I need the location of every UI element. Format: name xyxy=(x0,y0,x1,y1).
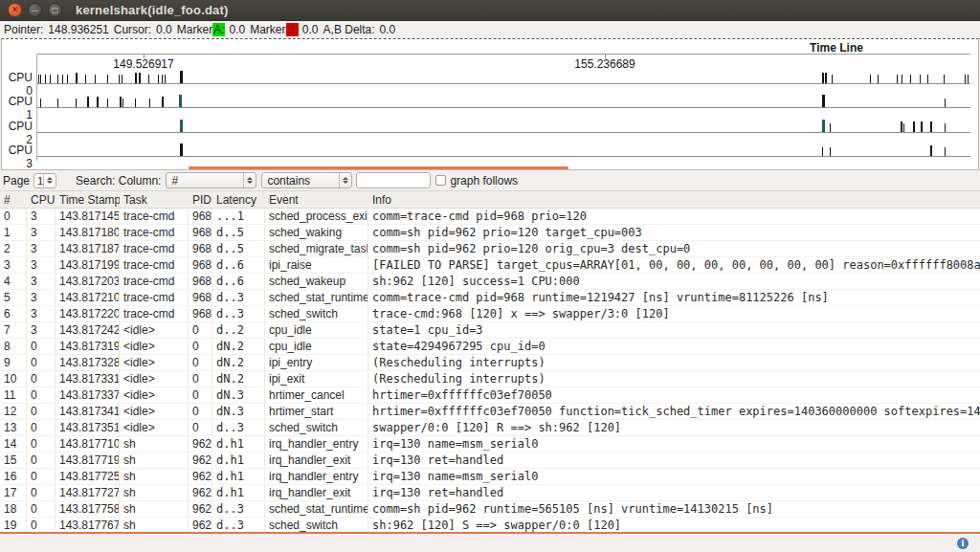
trace-event-tick[interactable] xyxy=(965,75,966,83)
trace-event-tick[interactable] xyxy=(122,75,122,83)
timeline-graph[interactable]: Time Line 149.526917155.236689CPU 0CPU 1… xyxy=(1,38,979,170)
table-row[interactable]: 80143.817319<idle>0dN.2cpu_idlestate=429… xyxy=(0,339,980,355)
trace-event-tick[interactable] xyxy=(830,123,831,132)
trace-event-tick[interactable] xyxy=(148,75,149,83)
trace-event-tick[interactable] xyxy=(87,97,89,107)
trace-event-tick[interactable] xyxy=(40,99,41,107)
trace-event-tick[interactable] xyxy=(913,121,915,132)
column-header[interactable]: CPU xyxy=(27,191,56,208)
trace-event-tick[interactable] xyxy=(180,120,183,132)
trace-event-tick[interactable] xyxy=(901,121,902,132)
table-row[interactable]: 13143.817180trace-cmd968d..5sched_waking… xyxy=(0,225,980,241)
trace-event-tick[interactable] xyxy=(945,123,946,132)
trace-event-tick[interactable] xyxy=(920,75,921,83)
trace-event-tick[interactable] xyxy=(158,75,159,83)
table-row[interactable]: 150143.817719sh962d.h1irq_handler_exitir… xyxy=(0,453,980,469)
match-select[interactable]: contains xyxy=(261,172,352,188)
trace-event-tick[interactable] xyxy=(50,75,51,83)
table-row[interactable]: 130143.817351<idle>0d..3sched_switchswap… xyxy=(0,420,980,436)
trace-event-tick[interactable] xyxy=(930,121,932,132)
trace-event-tick[interactable] xyxy=(67,75,68,83)
trace-event-tick[interactable] xyxy=(135,73,137,83)
trace-event-tick[interactable] xyxy=(120,97,122,107)
trace-event-tick[interactable] xyxy=(927,75,928,83)
table-row[interactable]: 33143.817199trace-cmd968d..6ipi_raise[FA… xyxy=(0,257,980,274)
minimize-button[interactable]: — xyxy=(28,3,42,17)
trace-event-tick[interactable] xyxy=(822,120,825,132)
trace-event-tick[interactable] xyxy=(179,95,182,107)
column-header[interactable]: # xyxy=(0,191,27,208)
trace-event-tick[interactable] xyxy=(107,99,108,107)
trace-event-tick[interactable] xyxy=(165,75,166,83)
trace-event-tick[interactable] xyxy=(122,99,123,107)
column-header[interactable]: Info xyxy=(368,191,980,208)
trace-event-tick[interactable] xyxy=(40,75,41,83)
table-row[interactable]: 120143.817341<idle>0dN.3hrtimer_starthrt… xyxy=(0,404,980,420)
trace-event-tick[interactable] xyxy=(825,73,827,83)
trace-event-tick[interactable] xyxy=(822,73,824,83)
table-row[interactable]: 140143.817710sh962d.h1irq_handler_entryi… xyxy=(0,436,980,453)
trace-event-tick[interactable] xyxy=(57,75,58,83)
column-header[interactable]: Latency xyxy=(212,191,265,208)
trace-event-tick[interactable] xyxy=(95,75,96,83)
column-header[interactable]: Time Stamp xyxy=(56,191,120,208)
trace-event-tick[interactable] xyxy=(930,145,932,156)
table-row[interactable]: 23143.817187trace-cmd968d..5sched_migrat… xyxy=(0,241,980,257)
trace-event-tick[interactable] xyxy=(107,75,108,83)
column-header[interactable]: Event xyxy=(265,191,368,208)
trace-event-tick[interactable] xyxy=(897,75,898,83)
trace-event-tick[interactable] xyxy=(162,75,163,83)
trace-event-tick[interactable] xyxy=(62,75,63,83)
table-row[interactable]: 73143.817242<idle>0d..2cpu_idlestate=1 c… xyxy=(0,322,980,339)
trace-event-tick[interactable] xyxy=(944,75,945,83)
table-row[interactable]: 100143.817331<idle>0dN.2ipi_exit(Resched… xyxy=(0,371,980,387)
trace-event-tick[interactable] xyxy=(878,75,879,83)
table-row[interactable]: 190143.817767sh962d..3sched_switchsh:962… xyxy=(0,518,980,532)
trace-event-tick[interactable] xyxy=(945,147,946,156)
trace-event-tick[interactable] xyxy=(162,97,164,107)
table-row[interactable]: 90143.817328<idle>0dN.2ipi_entry(Resched… xyxy=(0,355,980,371)
table-row[interactable]: 110143.817337<idle>0dN.3hrtimer_cancelhr… xyxy=(0,387,980,404)
table-row[interactable]: 170143.817727sh962d.h1irq_handler_exitir… xyxy=(0,485,980,501)
column-header[interactable]: PID xyxy=(189,191,212,208)
trace-event-tick[interactable] xyxy=(822,147,823,156)
trace-event-tick[interactable] xyxy=(76,73,78,83)
close-button[interactable]: ✕ xyxy=(8,3,22,17)
trace-event-tick[interactable] xyxy=(870,75,871,83)
trace-event-tick[interactable] xyxy=(38,75,39,83)
trace-event-tick[interactable] xyxy=(57,99,58,107)
info-icon[interactable]: i xyxy=(957,538,969,549)
trace-event-tick[interactable] xyxy=(902,75,902,83)
trace-event-tick[interactable] xyxy=(139,73,141,83)
trace-event-tick[interactable] xyxy=(135,99,136,107)
trace-event-tick[interactable] xyxy=(968,75,969,83)
trace-event-tick[interactable] xyxy=(921,121,923,132)
spinner-arrows-icon[interactable] xyxy=(43,174,56,188)
graph-follows-checkbox[interactable] xyxy=(435,175,446,186)
table-row[interactable]: 43143.817203trace-cmd968d..6sched_wakeup… xyxy=(0,274,980,290)
trace-event-tick[interactable] xyxy=(119,75,120,83)
column-header[interactable]: Task xyxy=(120,191,189,208)
table-row[interactable]: 160143.817725sh962d.h1irq_handler_entryi… xyxy=(0,469,980,485)
trace-event-tick[interactable] xyxy=(910,75,911,83)
trace-event-tick[interactable] xyxy=(149,99,150,107)
trace-event-tick[interactable] xyxy=(830,147,831,156)
trace-event-tick[interactable] xyxy=(85,75,86,83)
trace-event-tick[interactable] xyxy=(822,95,825,107)
trace-event-tick[interactable] xyxy=(45,75,46,83)
maximize-button[interactable]: ▢ xyxy=(48,3,62,17)
table-row[interactable]: 03143.817145trace-cmd968...1sched_proces… xyxy=(0,209,980,225)
trace-event-tick[interactable] xyxy=(903,123,904,132)
page-spinbox[interactable]: 1 xyxy=(33,173,56,188)
timeline-scrollbar-handle[interactable] xyxy=(189,166,568,169)
trace-event-tick[interactable] xyxy=(832,75,833,83)
search-input[interactable] xyxy=(356,172,431,188)
trace-event-tick[interactable] xyxy=(76,99,77,107)
trace-event-tick[interactable] xyxy=(180,71,183,83)
column-select[interactable]: # xyxy=(166,172,256,188)
table-row[interactable]: 53143.817210trace-cmd968d..3sched_stat_r… xyxy=(0,290,980,306)
table-row[interactable]: 180143.817758sh962d..3sched_stat_runtime… xyxy=(0,501,980,518)
trace-event-tick[interactable] xyxy=(97,97,99,107)
trace-event-tick[interactable] xyxy=(180,144,183,156)
trace-event-tick[interactable] xyxy=(945,99,946,107)
